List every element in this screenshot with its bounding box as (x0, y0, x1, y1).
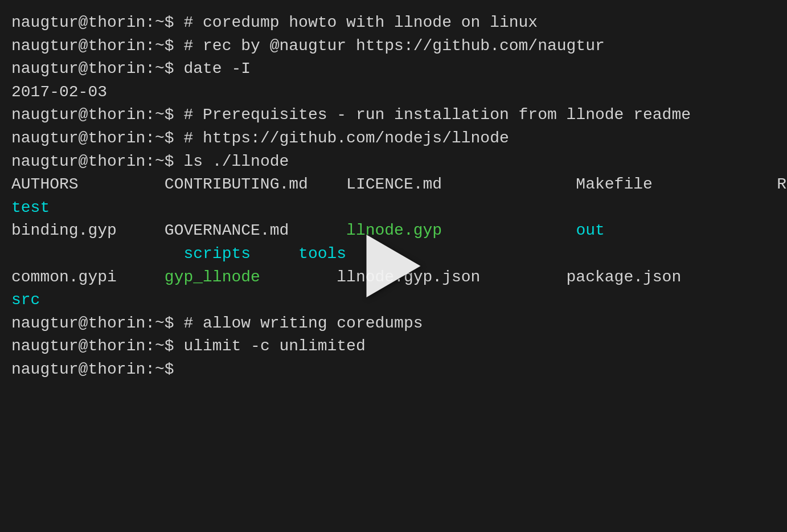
terminal-line: naugtur@thorin:~$ ls ./llnode (11, 150, 776, 174)
terminal-line: naugtur@thorin:~$ (11, 358, 776, 382)
terminal-text: llnode readme (557, 104, 691, 127)
terminal-text: llnode.gyp (346, 219, 442, 243)
terminal-text: naugtur@thorin:~$ (11, 58, 183, 81)
terminal-text: naugtur@thorin:~$ (11, 11, 183, 35)
terminal-text: date -I (183, 58, 251, 81)
terminal-text: ulimit -c unlimited (183, 335, 365, 358)
terminal-line: AUTHORS CONTRIBUTING.md LICENCE.md Makef… (11, 173, 776, 219)
terminal-text: # rec by @naugtur https://github.com/nau… (183, 35, 604, 58)
terminal-text: # coredump howto with llnode on linux (183, 11, 538, 35)
terminal-text: ls ./llnode (183, 150, 289, 174)
terminal-text: # allow writing coredumps (183, 312, 423, 335)
terminal-line: common.gypi gyp_llnode llnode.gyp.json p… (11, 266, 776, 312)
terminal-text: # Prerequisites - run installation (183, 104, 518, 127)
terminal-line: naugtur@thorin:~$ # Prerequisites - run … (11, 104, 776, 127)
terminal-text: src (11, 289, 40, 312)
terminal-text: naugtur@thorin:~$ (11, 127, 183, 150)
terminal-text: AUTHORS CONTRIBUTING.md LICENCE.md Makef… (11, 173, 787, 197)
terminal-text (251, 243, 298, 266)
terminal-line: naugtur@thorin:~$ # allow writing coredu… (11, 312, 776, 335)
terminal-text: naugtur@thorin:~$ (11, 335, 183, 358)
terminal-line: 2017-02-03 (11, 81, 776, 104)
terminal-line: naugtur@thorin:~$ # rec by @naugtur http… (11, 35, 776, 58)
terminal-line: naugtur@thorin:~$ ulimit -c unlimited (11, 335, 776, 358)
terminal-text: tools (298, 243, 346, 266)
terminal-text: naugtur@thorin:~$ (11, 104, 183, 127)
terminal-text: out (576, 219, 604, 243)
terminal-line: naugtur@thorin:~$ # https://github.com/n… (11, 127, 776, 150)
terminal-line: naugtur@thorin:~$ date -I (11, 58, 776, 81)
terminal-text: naugtur@thorin:~$ (11, 35, 183, 58)
terminal-text: common.gypi (11, 266, 165, 289)
terminal-text: llnode.gyp.json package.json (260, 266, 768, 289)
terminal-text (11, 243, 183, 266)
terminal-text: naugtur@thorin:~$ (11, 312, 183, 335)
terminal-text: binding.gyp GOVERNANCE.md (11, 219, 346, 243)
terminal-line: binding.gyp GOVERNANCE.md llnode.gyp out… (11, 219, 776, 265)
terminal-text (442, 219, 576, 243)
terminal-line: naugtur@thorin:~$ # coredump howto with … (11, 11, 776, 35)
terminal-text: gyp_llnode (165, 266, 260, 289)
terminal-text: # https://github.com/nodejs/llnode (183, 127, 509, 150)
terminal-text: from (519, 104, 557, 127)
terminal-text: scripts (183, 243, 251, 266)
terminal-text: 2017-02-03 (11, 81, 107, 104)
terminal-text: naugtur@thorin:~$ (11, 358, 183, 382)
terminal-text: naugtur@thorin:~$ (11, 150, 183, 174)
terminal-window: naugtur@thorin:~$ # coredump howto with … (0, 0, 787, 393)
terminal-text: test (11, 197, 50, 220)
